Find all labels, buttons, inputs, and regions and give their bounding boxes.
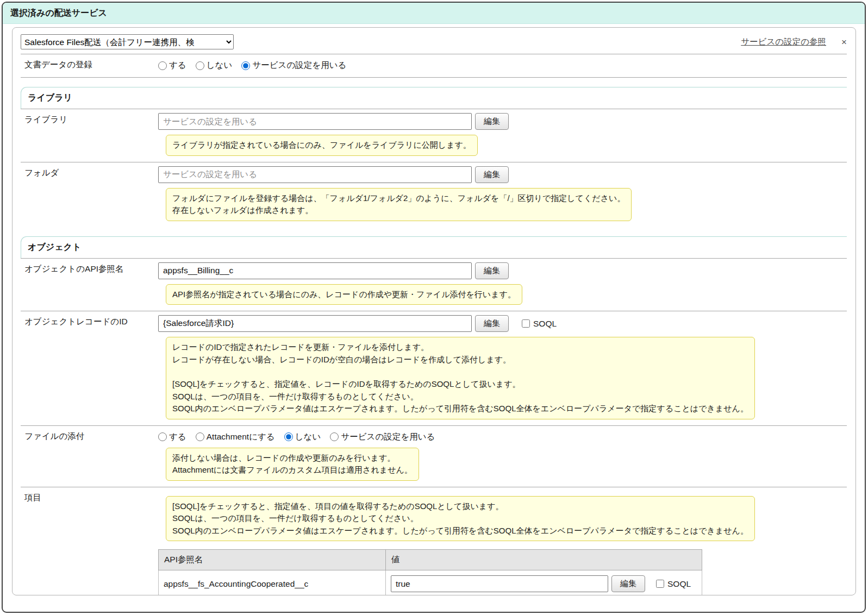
delivery-service-page: 選択済みの配送サービス Salesforce Files配送（会計フリー連携用、… [2,2,866,613]
column-header-value: 値 [386,550,702,570]
record-id-input[interactable] [158,315,472,332]
note-line: SOQLは、一つの項目を、一件だけ取得するものとしてください。 [172,391,748,403]
soql-label-text: SOQL [667,579,691,589]
note-line: ライブラリが指定されている場合にのみ、ファイルをライブラリに公開します。 [172,139,471,152]
fields-content: [SOQL]をチェックすると、指定値を、項目の値を取得するためのSOQLとして扱… [155,487,847,596]
radio-label: サービスの設定を用いる [252,60,346,71]
record-id-soql-checkbox[interactable] [522,319,530,328]
form-row-record-id: オブジェクトレコードのID 編集 SOQL レコードのIDで指定されたレコードを… [21,311,847,425]
attach-radio-service[interactable] [330,432,339,441]
attach-content: する Attachmentにする しない サービスの設定を用いる [155,426,847,487]
doc-register-content: する しない サービスの設定を用いる [155,54,847,77]
fields-table: API参照名 値 appsfs__fs_AccountingCooperated… [158,549,702,595]
note-line: [SOQL]をチェックすると、指定値を、項目の値を取得するためのSOQLとして扱… [172,500,748,513]
folder-content: 編集 フォルダにファイルを登録する場合は、「フォルダ1/フォルダ2」のように、フ… [155,162,847,227]
section-title-text: オブジェクト [28,242,81,252]
form-row-attach: ファイルの添付 する Attachmentにする しない [21,425,847,487]
attach-option-do[interactable]: する [158,431,186,443]
field-api-name: appsfs__fs_AccountingCooperated__c [159,570,386,596]
attach-radio-dont[interactable] [284,432,293,441]
folder-edit-button[interactable]: 編集 [475,166,509,183]
doc-register-option-do[interactable]: する [158,60,186,71]
attach-radio-attachment[interactable] [196,432,204,441]
doc-register-radio-service[interactable] [241,61,250,70]
radio-label: する [169,60,186,71]
attach-option-attachment[interactable]: Attachmentにする [196,431,275,443]
note-line: [SOQL]をチェックすると、指定値を、レコードのIDを取得するためのSOQLと… [172,378,748,391]
attach-radio-do[interactable] [158,432,167,441]
api-name-note: API参照名が指定されている場合にのみ、レコードの作成や更新・ファイル添付を行い… [166,284,522,305]
attach-options: する Attachmentにする しない サービスの設定を用いる [158,430,845,443]
note-line: フォルダにファイルを登録する場合は、「フォルダ1/フォルダ2」のように、フォルダ… [172,192,625,205]
doc-register-option-dont[interactable]: しない [196,60,233,71]
service-select[interactable]: Salesforce Files配送（会計フリー連携用、検 [21,34,234,49]
api-name-edit-button[interactable]: 編集 [475,262,509,279]
page-title-bar: 選択済みの配送サービス [3,3,865,24]
form-row-library: ライブラリ 編集 ライブラリが指定されている場合にのみ、ファイルをライブラリに公… [21,109,847,162]
library-input[interactable] [158,113,472,130]
library-label: ライブラリ [21,109,155,162]
column-header-api-name: API参照名 [159,550,386,570]
field-value-input[interactable] [391,575,608,592]
doc-register-option-service[interactable]: サービスの設定を用いる [241,60,346,71]
service-config-panel: Salesforce Files配送（会計フリー連携用、検 サービスの設定の参照… [12,27,856,595]
folder-input[interactable] [158,166,472,183]
note-line: SOQL内のエンベロープパラメータ値はエスケープされます。したがって引用符を含む… [172,403,748,415]
api-name-field-line: 編集 [158,262,845,279]
folder-note: フォルダにファイルを登録する場合は、「フォルダ1/フォルダ2」のように、フォルダ… [166,188,632,221]
note-line: Attachmentには文書ファイルのカスタム項目は適用されません。 [172,464,413,476]
radio-label: しない [295,431,321,443]
field-soql-option[interactable]: SOQL [656,579,691,589]
record-id-note: レコードのIDで指定されたレコードを更新・ファイルを添付します。 レコードが存在… [166,337,755,419]
library-note: ライブラリが指定されている場合にのみ、ファイルをライブラリに公開します。 [166,135,478,156]
form-row-fields: 項目 [SOQL]をチェックすると、指定値を、項目の値を取得するためのSOQLと… [21,487,847,596]
library-field-line: 編集 [158,113,845,130]
doc-register-radio-do[interactable] [158,61,167,70]
form-row-folder: フォルダ 編集 フォルダにファイルを登録する場合は、「フォルダ1/フォルダ2」の… [21,162,847,227]
table-row: appsfs__fs_AccountingCooperated__c 編集 SO… [159,570,702,596]
fields-label: 項目 [21,487,155,596]
radio-label: Attachmentにする [207,431,275,443]
service-toolbar: Salesforce Files配送（会計フリー連携用、検 サービスの設定の参照… [20,33,848,49]
note-line: SOQLは、一つの項目を、一件だけ取得するものとしてください。 [172,512,748,525]
folder-field-line: 編集 [158,166,845,183]
record-id-soql-option[interactable]: SOQL [522,319,557,329]
attach-option-dont[interactable]: しない [284,431,321,443]
folder-label: フォルダ [21,162,155,227]
close-icon[interactable]: × [841,37,847,47]
attach-option-service[interactable]: サービスの設定を用いる [330,431,435,443]
fields-note: [SOQL]をチェックすると、指定値を、項目の値を取得するためのSOQLとして扱… [166,496,755,542]
doc-register-options: する しない サービスの設定を用いる [158,58,845,71]
form-row-api-name: オブジェクトのAPI参照名 編集 API参照名が指定されている場合にのみ、レコー… [21,258,847,311]
library-edit-button[interactable]: 編集 [475,113,509,130]
form-row-doc-register: 文書データの登録 する しない サービスの設定を用いる [21,54,847,78]
record-id-field-line: 編集 SOQL [158,315,845,332]
section-title-library: ライブラリ [21,87,847,109]
note-line: API参照名が指定されている場合にのみ、レコードの作成や更新・ファイル添付を行い… [172,288,516,301]
api-name-content: 編集 API参照名が指定されている場合にのみ、レコードの作成や更新・ファイル添付… [155,259,847,311]
note-line: レコードが存在しない場合、レコードのIDが空白の場合はレコードを作成して添付しま… [172,354,748,366]
record-id-content: 編集 SOQL レコードのIDで指定されたレコードを更新・ファイルを添付します。… [155,311,847,425]
note-line: SOQL内のエンベロープパラメータ値はエスケープされます。したがって引用符を含む… [172,525,748,537]
service-config-form: 文書データの登録 する しない サービスの設定を用いる [21,54,847,595]
radio-label: する [169,431,186,443]
field-value-line: 編集 SOQL [391,575,697,592]
section-title-object: オブジェクト [21,236,847,258]
service-toolbar-right: サービスの設定の参照 × [741,36,847,48]
attach-label: ファイルの添付 [21,426,155,487]
note-line: 存在しないフォルダは作成されます。 [172,204,625,217]
doc-register-radio-dont[interactable] [196,61,204,70]
service-settings-link[interactable]: サービスの設定の参照 [741,36,826,48]
field-soql-checkbox[interactable] [656,580,664,588]
record-id-label: オブジェクトレコードのID [21,311,155,425]
soql-label-text: SOQL [533,319,557,329]
library-content: 編集 ライブラリが指定されている場合にのみ、ファイルをライブラリに公開します。 [155,109,847,162]
attach-note: 添付しない場合は、レコードの作成や更新のみを行います。 Attachmentには… [166,448,419,481]
field-edit-button[interactable]: 編集 [611,575,645,592]
doc-register-label: 文書データの登録 [21,54,155,77]
section-title-text: ライブラリ [28,93,72,102]
note-line: 添付しない場合は、レコードの作成や更新のみを行います。 [172,452,413,465]
api-name-input[interactable] [158,262,472,279]
record-id-edit-button[interactable]: 編集 [475,315,509,332]
field-value-cell: 編集 SOQL [386,570,702,596]
